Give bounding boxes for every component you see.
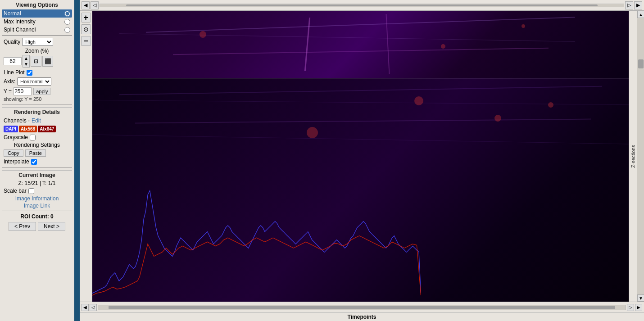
v-scrollbar[interactable]: ▲ ▼ (637, 11, 644, 302)
normal-option[interactable]: Normal (2, 9, 72, 18)
zoom-stepper[interactable]: ▲ ▼ (23, 55, 30, 68)
separator-line (92, 78, 629, 78)
split-channel-label: Split Channel (4, 27, 36, 33)
nav-arrow-left-btn[interactable]: ◁ (91, 1, 99, 9)
h-scroll-thumb (109, 306, 615, 309)
quality-label: Quality (4, 39, 20, 45)
h-scroll-track[interactable] (98, 305, 626, 310)
v-scroll-down-btn[interactable]: ▼ (637, 294, 644, 302)
prev-next-row: < Prev Next > (2, 221, 72, 232)
v-scroll-thumb (638, 59, 644, 68)
showing-text: showing: Y = 250 (2, 96, 72, 103)
axis-label: Axis: (4, 78, 15, 85)
viewing-options-title: Viewing Options (2, 2, 72, 8)
image-link[interactable]: Image Link (2, 202, 72, 209)
dapi-channel-btn[interactable]: DAPI (4, 126, 18, 132)
channel-buttons: DAPI Alx568 Alx647 (2, 125, 72, 133)
max-intensity-radio[interactable] (64, 19, 70, 25)
zoom-reset-btn[interactable]: ⊙ (81, 24, 91, 34)
scalebar-checkbox[interactable] (28, 188, 34, 194)
zoom-in-btn[interactable]: + (81, 13, 91, 23)
center-content: ◀ ◁ ▷ ▶ + ⊙ − (80, 0, 644, 321)
channels-label: Channels - (4, 118, 30, 124)
apply-button[interactable]: apply (33, 88, 50, 95)
max-intensity-label: Max Intensity (4, 18, 36, 25)
channels-edit-link[interactable]: Edit (32, 118, 41, 124)
h-scroll-left-btn[interactable]: ◀ (82, 304, 89, 311)
lineplot-row: Line Plot (2, 68, 72, 77)
prev-button[interactable]: < Prev (9, 222, 36, 231)
axis-row: Axis: Horizontal Vertical (2, 77, 72, 86)
lineplot-svg (92, 178, 421, 302)
timepoints-label: Timepoints (80, 312, 644, 321)
split-channel-option[interactable]: Split Channel (2, 26, 72, 34)
y-label: Y = (4, 88, 12, 95)
interpolate-label: Interpolate (4, 158, 29, 165)
collapse-sidebar-btn[interactable] (74, 0, 80, 321)
current-image-section: Current Image Z: 15/21 | T: 1/1 Scale ba… (2, 170, 72, 209)
lineplot-checkbox[interactable] (27, 70, 32, 76)
v-scroll-track[interactable] (637, 18, 644, 294)
channels-row: Channels - Edit (2, 117, 72, 125)
copy-paste-row: Copy Paste (2, 149, 72, 158)
h-scroll-next-btn[interactable]: ▷ (627, 304, 634, 311)
split-channel-radio[interactable] (64, 27, 70, 33)
roi-count: ROI Count: 0 (2, 212, 72, 221)
h-scroll-bar[interactable] (100, 4, 624, 7)
interpolate-row: Interpolate (2, 158, 72, 166)
zoom-out-btn[interactable]: − (81, 36, 91, 46)
y-input[interactable] (14, 87, 32, 95)
zoom-label: Zoom (%) (4, 48, 70, 54)
quality-select[interactable]: Low Medium High Lossless (22, 38, 53, 46)
next-button[interactable]: Next > (38, 222, 65, 231)
scalebar-label: Scale bar (4, 188, 27, 194)
nav-arrow-right-btn[interactable]: ▷ (625, 1, 633, 9)
max-intensity-option[interactable]: Max Intensity (2, 18, 72, 26)
zoom-input[interactable] (4, 57, 22, 65)
rendering-details-title: Rendering Details (2, 109, 72, 115)
scalebar-row: Scale bar (2, 187, 72, 195)
image-bottom-section (92, 78, 629, 302)
zoom-fit-btn[interactable]: ⊡ (31, 56, 41, 67)
zsections-panel: Z-sections (629, 11, 637, 302)
grayscale-checkbox[interactable] (30, 135, 36, 140)
interpolate-checkbox[interactable] (31, 159, 37, 165)
copy-button[interactable]: Copy (4, 149, 23, 157)
grayscale-row: Grayscale (2, 133, 72, 141)
rendering-settings-label: Rendering Settings (2, 141, 72, 149)
axis-select[interactable]: Horizontal Vertical (17, 77, 51, 86)
alx647-channel-btn[interactable]: Alx647 (38, 126, 56, 132)
h-scroll-thumb (126, 5, 598, 6)
left-panel: Viewing Options Normal Max Intensity Spl… (0, 0, 74, 321)
zoom-section: Zoom (%) ▲ ▼ ⊡ ⬛ (2, 47, 72, 68)
image-information-link[interactable]: Image Information (2, 195, 72, 202)
top-nav: ◀ ◁ ▷ ▶ (80, 0, 644, 11)
h-scroll-right-btn[interactable]: ▶ (635, 304, 642, 311)
zsections-label: Z-sections (630, 145, 636, 168)
image-top-section (92, 11, 629, 78)
alx568-channel-btn[interactable]: Alx568 (19, 126, 37, 132)
bio-image (92, 11, 629, 302)
zt-display: Z: 15/21 | T: 1/1 (2, 180, 72, 187)
quality-row: Quality Low Medium High Lossless (2, 37, 72, 47)
grayscale-label: Grayscale (4, 134, 28, 140)
v-scroll-up-btn[interactable]: ▲ (637, 11, 644, 18)
vertical-toolbar: + ⊙ − (80, 11, 92, 302)
rendering-details: Rendering Details Channels - Edit DAPI A… (2, 107, 72, 166)
y-row: Y = apply (2, 86, 72, 96)
image-viewport[interactable] (92, 11, 629, 302)
zoom-fullscreen-btn[interactable]: ⬛ (42, 56, 53, 67)
lineplot-label: Line Plot (4, 69, 25, 76)
normal-label: Normal (4, 10, 21, 17)
bottom-bar: ◀ ◁ ▷ ▶ (80, 302, 644, 312)
image-scroll-container: + ⊙ − (80, 11, 644, 302)
h-scroll-prev-btn[interactable]: ◁ (90, 304, 97, 311)
current-image-title: Current Image (2, 172, 72, 178)
nav-scroll-left-btn[interactable]: ◀ (82, 1, 90, 9)
nav-scroll-right-btn[interactable]: ▶ (634, 1, 642, 9)
normal-radio[interactable] (64, 11, 70, 17)
paste-button[interactable]: Paste (25, 149, 46, 157)
